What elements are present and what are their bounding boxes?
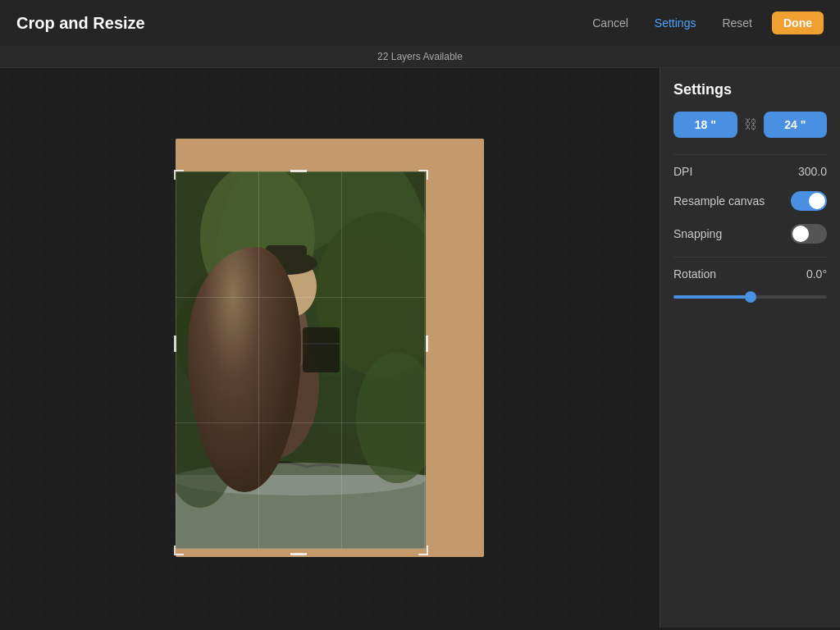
svg-rect-10	[266, 245, 307, 266]
header-actions: Cancel Settings Reset Done	[586, 11, 824, 34]
header: Crop and Resize Cancel Settings Reset Do…	[0, 0, 840, 46]
cancel-button[interactable]: Cancel	[586, 13, 635, 33]
snapping-row: Snapping	[673, 224, 827, 244]
crop-handle-left-mid[interactable]	[174, 336, 176, 352]
rotation-section: Rotation 0.0°	[673, 267, 827, 302]
link-icon[interactable]: ⛓	[744, 117, 757, 132]
dimension-row: 18 " ⛓ 24 "	[673, 112, 827, 138]
main-content: Settings 18 " ⛓ 24 " DPI 300.0 Resample …	[0, 68, 840, 628]
snapping-label: Snapping	[673, 227, 722, 240]
svg-point-5	[176, 270, 274, 401]
page-title: Crop and Resize	[16, 14, 145, 33]
resample-row: Resample canvas	[673, 191, 827, 211]
width-input[interactable]: 18 "	[673, 112, 737, 138]
resample-label: Resample canvas	[673, 194, 765, 208]
artwork-area	[176, 171, 426, 549]
snapping-toggle-knob	[792, 226, 809, 242]
crop-handle-right-mid[interactable]	[426, 336, 428, 352]
reset-button[interactable]: Reset	[715, 13, 759, 33]
crop-handle-bottom-left[interactable]	[174, 546, 184, 555]
crop-handle-top-right[interactable]	[418, 170, 428, 180]
artwork-svg	[176, 171, 426, 549]
settings-button[interactable]: Settings	[648, 13, 703, 33]
divider-2	[673, 257, 827, 258]
height-input[interactable]: 24 "	[764, 112, 828, 138]
resample-toggle-knob	[809, 193, 825, 209]
dpi-row: DPI 300.0	[673, 165, 827, 178]
settings-panel: Settings 18 " ⛓ 24 " DPI 300.0 Resample …	[660, 68, 840, 628]
artwork-image	[176, 171, 426, 549]
crop-handle-top-left[interactable]	[174, 170, 184, 180]
resample-toggle[interactable]	[791, 191, 827, 211]
crop-container[interactable]	[176, 139, 484, 557]
divider-1	[673, 154, 827, 155]
crop-handle-bottom-right[interactable]	[418, 546, 428, 555]
canvas-area	[0, 68, 660, 628]
snapping-toggle[interactable]	[791, 224, 827, 244]
rotation-label: Rotation	[673, 267, 716, 281]
rotation-slider[interactable]	[673, 295, 827, 299]
svg-point-11	[229, 397, 270, 454]
layers-bar: 22 Layers Available	[0, 46, 840, 68]
crop-handle-bottom-mid[interactable]	[290, 553, 307, 555]
svg-rect-14	[303, 327, 340, 372]
rotation-label-row: Rotation 0.0°	[673, 267, 827, 281]
settings-title: Settings	[673, 81, 827, 98]
layers-count: 22 Layers Available	[377, 51, 463, 62]
done-button[interactable]: Done	[772, 11, 824, 34]
rotation-value: 0.0°	[806, 267, 827, 281]
dpi-label: DPI	[673, 165, 692, 178]
crop-handle-top-mid[interactable]	[290, 170, 307, 172]
dpi-value: 300.0	[798, 165, 827, 178]
